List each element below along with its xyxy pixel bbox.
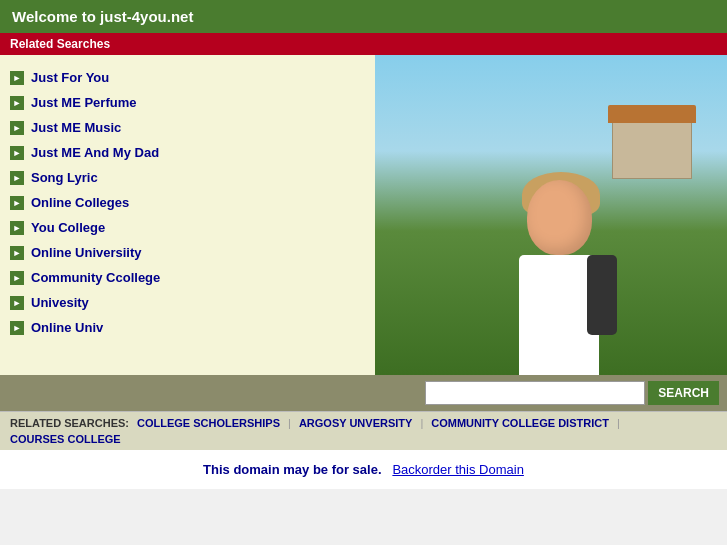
- link-just-me-dad[interactable]: Just ME And My Dad: [31, 145, 159, 160]
- list-item: ► Just For You: [10, 65, 365, 90]
- list-item: ► Just ME Music: [10, 115, 365, 140]
- search-input[interactable]: [425, 381, 645, 405]
- link-just-me-music[interactable]: Just ME Music: [31, 120, 121, 135]
- arrow-icon: ►: [10, 171, 24, 185]
- list-item: ► Song Lyric: [10, 165, 365, 190]
- person-head: [527, 180, 592, 255]
- arrow-icon: ►: [10, 296, 24, 310]
- person-body: [519, 255, 599, 375]
- link-just-me-perfume[interactable]: Just ME Perfume: [31, 95, 136, 110]
- arrow-icon: ►: [10, 271, 24, 285]
- list-item: ► Community Ccollege: [10, 265, 365, 290]
- link-online-colleges[interactable]: Online Colleges: [31, 195, 129, 210]
- related-link-1[interactable]: COLLEGE SCHOLERSHIPS: [137, 417, 280, 429]
- footer: This domain may be for sale. Backorder t…: [0, 450, 727, 489]
- link-online-university[interactable]: Online Universiity: [31, 245, 142, 260]
- link-univesity[interactable]: Univesity: [31, 295, 89, 310]
- separator: |: [617, 417, 620, 429]
- arrow-icon: ►: [10, 321, 24, 335]
- link-online-univ[interactable]: Online Univ: [31, 320, 103, 335]
- link-just-for-you[interactable]: Just For You: [31, 70, 109, 85]
- list-item: ► Online Colleges: [10, 190, 365, 215]
- related-link-3[interactable]: COMMUNITY COLLEGE DISTRICT: [431, 417, 609, 429]
- main-content: ► Just For You ► Just ME Perfume ► Just …: [0, 55, 727, 375]
- person-backpack: [587, 255, 617, 335]
- related-link-4[interactable]: COURSES COLLEGE: [10, 433, 121, 445]
- list-item: ► Univesity: [10, 290, 365, 315]
- list-item: ► Online Universiity: [10, 240, 365, 265]
- building-decoration: [612, 119, 692, 179]
- related-link-2[interactable]: ARGOSY UNVERSITY: [299, 417, 413, 429]
- bottom-related-searches: RELATED SEARCHES: COLLEGE SCHOLERSHIPS |…: [0, 411, 727, 450]
- separator: |: [288, 417, 291, 429]
- arrow-icon: ►: [10, 121, 24, 135]
- photo-area: [375, 55, 727, 375]
- arrow-icon: ►: [10, 146, 24, 160]
- link-song-lyric[interactable]: Song Lyric: [31, 170, 98, 185]
- arrow-icon: ►: [10, 196, 24, 210]
- search-bar-area: SEARCH: [0, 375, 727, 411]
- links-column: ► Just For You ► Just ME Perfume ► Just …: [0, 55, 375, 375]
- footer-text: This domain may be for sale.: [203, 462, 381, 477]
- page-header: Welcome to just-4you.net: [0, 0, 727, 33]
- bottom-related-label: RELATED SEARCHES:: [10, 417, 129, 429]
- backorder-link[interactable]: Backorder this Domain: [392, 462, 524, 477]
- arrow-icon: ►: [10, 246, 24, 260]
- arrow-icon: ►: [10, 71, 24, 85]
- photo-column: [375, 55, 727, 375]
- link-you-college[interactable]: You College: [31, 220, 105, 235]
- separator: |: [420, 417, 423, 429]
- related-searches-bar: Related Searches: [0, 33, 727, 55]
- arrow-icon: ►: [10, 96, 24, 110]
- related-searches-label: Related Searches: [10, 37, 110, 51]
- page-wrapper: Welcome to just-4you.net Related Searche…: [0, 0, 727, 489]
- arrow-icon: ►: [10, 221, 24, 235]
- list-item: ► You College: [10, 215, 365, 240]
- header-title: Welcome to just-4you.net: [12, 8, 193, 25]
- person-hair: [522, 172, 600, 217]
- list-item: ► Online Univ: [10, 315, 365, 340]
- student-photo: [519, 180, 599, 375]
- link-community-college[interactable]: Community Ccollege: [31, 270, 160, 285]
- search-button[interactable]: SEARCH: [648, 381, 719, 405]
- list-item: ► Just ME Perfume: [10, 90, 365, 115]
- list-item: ► Just ME And My Dad: [10, 140, 365, 165]
